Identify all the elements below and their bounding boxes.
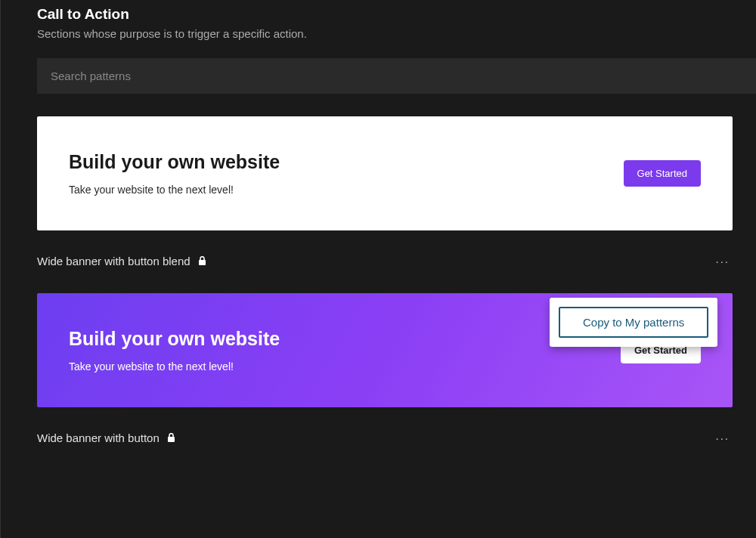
pattern-preview-white[interactable]: Build your own website Take your website…	[37, 116, 733, 230]
more-icon[interactable]: ···	[712, 428, 733, 447]
banner-subtitle: Take your website to the next level!	[69, 360, 280, 373]
pattern-label: Wide banner with button	[37, 431, 160, 444]
lock-icon	[167, 433, 175, 443]
get-started-button[interactable]: Get Started	[624, 160, 701, 187]
svg-rect-0	[199, 260, 206, 265]
pattern-label-row: Wide banner with button blend ···	[37, 252, 733, 271]
page-subtitle: Sections whose purpose is to trigger a s…	[37, 27, 756, 40]
banner-title: Build your own website	[69, 151, 280, 173]
banner-title: Build your own website	[69, 328, 280, 350]
search-input[interactable]	[37, 58, 756, 94]
pattern-label-row: Wide banner with button ···	[37, 428, 733, 447]
more-icon[interactable]: ···	[712, 252, 733, 271]
copy-to-my-patterns-button[interactable]: Copy to My patterns	[559, 307, 708, 338]
context-menu-popover: Copy to My patterns	[550, 298, 717, 347]
lock-icon	[198, 256, 206, 266]
banner-subtitle: Take your website to the next level!	[69, 184, 280, 196]
svg-rect-1	[168, 437, 175, 442]
page-title: Call to Action	[37, 6, 756, 23]
pattern-label: Wide banner with button blend	[37, 255, 191, 267]
